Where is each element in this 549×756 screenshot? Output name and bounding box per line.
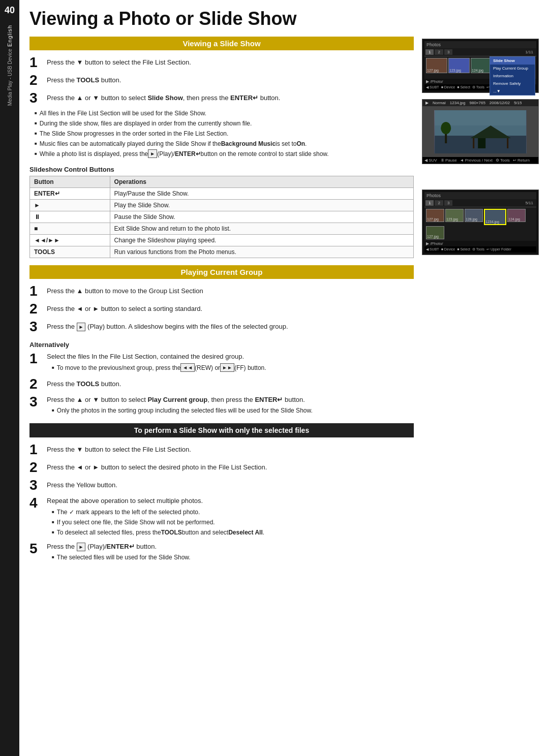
step-text: Press the ◄ or ► button to select the de…	[47, 460, 267, 472]
date: 2008/12/02	[490, 101, 510, 105]
tab-item: 2	[435, 49, 443, 55]
step-number: 2	[29, 460, 44, 475]
screen3-tabs: 1 2 3 5/11	[424, 199, 536, 207]
step-2-1: 1 Press the ▲ button to move to the Grou…	[29, 284, 414, 298]
table-row: ■Exit Slide Show and return to the photo…	[30, 223, 414, 235]
screen3-bottom-bar: ◀ SUBT ■ Device ■ Select ⚙ Tools ↩ Upper…	[424, 246, 536, 253]
step-text: Press the ► (Play)/ENTER↵ button.	[47, 541, 157, 550]
bullet-item: To move to the previous/next group, pres…	[52, 363, 266, 372]
bar-item: ■ Select	[457, 247, 470, 251]
alt-bullets-3: Only the photos in the sorting group inc…	[52, 406, 313, 415]
step5-bullets: The selected files will be used for the …	[52, 553, 191, 562]
thumbnail-selected: 1234.jpg	[484, 209, 506, 225]
main-content: Viewing a Photo or Slide Show Viewing a …	[19, 0, 549, 580]
index: 5/15	[514, 101, 522, 105]
alt-step-2: 2 Press the TOOLS button.	[29, 377, 414, 391]
tab-count: 5/11	[523, 200, 535, 206]
play-icon: ▶	[425, 101, 429, 105]
step-3-1: 1 Press the ▼ button to select the File …	[29, 443, 414, 457]
step-text: Press the ► (Play) button. A slideshow b…	[47, 320, 288, 332]
device-label: Media Play - USB Device	[7, 49, 13, 106]
button-cell: ENTER↵	[30, 188, 110, 200]
operation-cell: Play the Slide Show.	[110, 200, 413, 211]
step4-bullets: The ✓ mark appears to the left of the se…	[52, 508, 264, 537]
menu-item: Remove Safely	[490, 80, 535, 87]
step-3-5: 5 Press the ► (Play)/ENTER↵ button. The …	[29, 542, 414, 563]
section-alternatively: Alternatively 1 Select the files In the …	[29, 341, 414, 416]
bar-item: ⚙ Tools	[472, 85, 484, 89]
bar-item: ⚙ Tools	[472, 247, 484, 251]
step-3-2: 2 Press the ◄ or ► button to select the …	[29, 460, 414, 475]
alt-bullets-1: To move to the previous/next group, pres…	[52, 363, 266, 372]
step-number: 2	[29, 73, 44, 87]
step-number: 2	[29, 302, 44, 316]
menu-item-highlighted: Slide Show	[490, 57, 535, 65]
bar-item: ■ Select	[457, 85, 470, 89]
section-viewing-slideshow: Viewing a Slide Show 1 Press the ▼ butto…	[29, 37, 414, 159]
bullet-item: The ✓ mark appears to the left of the se…	[52, 508, 264, 517]
step-text: Press the ▼ button to select the File Li…	[47, 443, 191, 455]
operation-cell: Pause the Slide Show.	[110, 211, 413, 223]
control-buttons-title: Slideshow Control Buttons	[29, 166, 414, 173]
svg-rect-5	[473, 138, 474, 148]
right-column: Photos 1 2 3 1/11 127.jpg 123.jpg 124.jp…	[422, 37, 539, 570]
step-text: Press the ▲ or ▼ button to select Slide …	[47, 91, 280, 103]
control-buttons-table: Button Operations ENTER↵Play/Pause the S…	[29, 176, 414, 258]
step-number: 2	[29, 377, 44, 391]
button-cell: ◄◄/►►	[30, 235, 110, 246]
step-text: Press the TOOLS button.	[47, 73, 121, 85]
bullet-item: During the slide show, files are display…	[35, 119, 414, 128]
thumbnail: 128.jpg	[465, 209, 483, 222]
screen1-title: Photos	[424, 41, 536, 48]
tab-item: 3	[444, 200, 452, 206]
bullet-item: Only the photos in the sorting group inc…	[52, 406, 313, 415]
left-column: Viewing a Slide Show 1 Press the ▼ butto…	[29, 37, 414, 570]
step-1-3: 3 Press the ▲ or ▼ button to select Slid…	[29, 91, 414, 105]
bar-item: ◀ SUBT	[426, 85, 439, 89]
svg-point-8	[441, 122, 451, 134]
menu-item: ...▼	[490, 87, 535, 95]
tab-item: 3	[444, 49, 452, 55]
thumbnail: 127.jpg	[426, 209, 444, 222]
step-number: 3	[29, 478, 44, 492]
table-row: ◄◄/►►Change the Slideshow playing speed.	[30, 235, 414, 246]
operation-cell: Play/Pause the Slide Show.	[110, 188, 413, 200]
step-number: 4	[29, 496, 44, 510]
step-number: 1	[29, 352, 44, 366]
col-button: Button	[30, 176, 110, 188]
step-text: Repeat the above operation to select mul…	[47, 495, 203, 505]
page-title: Viewing a Photo or Slide Show	[29, 8, 539, 29]
alt-step-3: 3 Press the ▲ or ▼ button to select Play…	[29, 395, 414, 417]
thumbnails-area: 127.jpg 123.jpg 124.jpg 1234.jpg Slide S…	[424, 56, 536, 79]
step-text: Press the ▼ button to select the File Li…	[47, 55, 191, 68]
step-text: Select the files In the File List Sectio…	[47, 351, 244, 360]
sidebar: 40 English Media Play - USB Device	[0, 0, 19, 756]
screen3-title: Photos	[424, 192, 536, 199]
bullet-item: If you select one file, the Slide Show w…	[52, 518, 264, 527]
bar-item: ↩ Upper Folder	[486, 247, 511, 251]
bar-item: ◀ SUV	[424, 158, 437, 163]
col-operations: Operations	[110, 176, 413, 188]
page-number: 40	[5, 5, 15, 16]
operation-cell: Run various functions from the Photo men…	[110, 246, 413, 258]
screen2-info-bar: ▶ Normal 1234.jpg 980×765 2008/12/02 5/1…	[422, 100, 538, 106]
tab-item: 1	[425, 49, 434, 55]
bullet-item: While a photo list is displayed, press t…	[35, 149, 414, 159]
screenshot-3: Photos 1 2 3 5/11 127.jpg 123.jpg 128.jp…	[422, 190, 539, 255]
button-cell: ⏸	[30, 211, 110, 223]
control-buttons-section: Slideshow Control Buttons Button Operati…	[29, 166, 414, 258]
table-row: ►Play the Slide Show.	[30, 200, 414, 211]
section2-header: Playing Current Group	[29, 265, 414, 279]
step-1-2: 2 Press the TOOLS button.	[29, 73, 414, 87]
svg-rect-4	[478, 138, 485, 148]
thumbnail-grid-3: 127.jpg 123.jpg 128.jpg 1234.jpg 124.jpg…	[424, 207, 536, 241]
bar-item: ◀ SUBT	[426, 247, 439, 251]
step-number: 1	[29, 443, 44, 457]
tab-item: 1	[425, 200, 434, 206]
step-number: 3	[29, 91, 44, 105]
bullet-item: All files in the File List Section will …	[35, 109, 414, 118]
button-cell: ■	[30, 223, 110, 235]
step-3-4: 4 Repeat the above operation to select m…	[29, 496, 414, 538]
content-columns: Viewing a Slide Show 1 Press the ▼ butto…	[29, 37, 539, 570]
operation-cell: Exit Slide Show and return to the photo …	[110, 223, 413, 235]
